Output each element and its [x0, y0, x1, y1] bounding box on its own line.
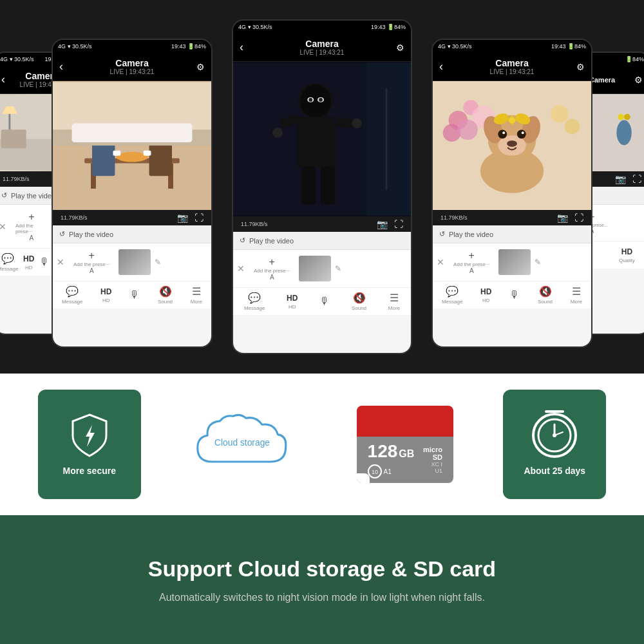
svg-rect-2: [1, 129, 26, 148]
header-left: ‹ Camera LIVE | 19:43:21 ⚙: [53, 53, 211, 81]
svg-point-60: [509, 117, 515, 124]
edit-btn-center[interactable]: ✎: [335, 264, 341, 273]
edit-btn-left[interactable]: ✎: [155, 258, 161, 267]
svg-point-32: [319, 98, 323, 102]
quality-ctrl-center[interactable]: HD HD: [287, 294, 298, 310]
top-section: 4G ▾ 30.5K/s 19:43 🔋84% ‹ Camera LIVE | …: [0, 0, 644, 374]
svg-point-57: [522, 131, 524, 134]
svg-rect-20: [53, 82, 211, 130]
settings-btn-center[interactable]: ⚙: [396, 43, 404, 53]
add-preset-far-left[interactable]: + Add the prese··· A: [10, 209, 53, 244]
play-video-bar-center: ↺ Play the video: [233, 232, 411, 250]
mic-ctrl-far-left[interactable]: 🎙: [39, 256, 50, 268]
bottom-title: Support Cloud storage & SD card: [148, 556, 496, 582]
message-ctrl-far-left[interactable]: 💬 Message: [0, 252, 18, 272]
camera-icon-left[interactable]: 📷: [177, 213, 188, 223]
fullscreen-icon-far-right[interactable]: ⛶: [632, 174, 641, 184]
statusbar-right: 4G ▾ 30.5K/s 19:43 🔋84%: [433, 40, 591, 53]
mic-ctrl-left[interactable]: 🎙: [129, 289, 140, 301]
fullscreen-icon-right[interactable]: ⛶: [574, 213, 583, 223]
speed-right: 11.79KB/s: [440, 214, 468, 221]
preset-area-left: ✕ + Add the prese··· A ✎: [53, 243, 211, 281]
play-icon-right[interactable]: ↺: [439, 230, 445, 238]
camera-view-center: [233, 62, 411, 216]
x-btn-right[interactable]: ✕: [437, 257, 444, 267]
svg-rect-22: [72, 124, 193, 143]
settings-btn-far-right[interactable]: ⚙: [634, 75, 643, 85]
preset-thumb-right: [498, 249, 531, 275]
settings-btn-left[interactable]: ⚙: [196, 62, 205, 72]
fullscreen-icon-left[interactable]: ⛶: [194, 213, 204, 223]
x-btn-center[interactable]: ✕: [237, 263, 245, 274]
play-icon-left[interactable]: ↺: [59, 230, 65, 238]
signal-left1: 4G ▾ 30.5K/s: [58, 43, 92, 50]
battery-left1: 19:43 🔋84%: [171, 43, 206, 50]
play-video-label-far-left: Play the video: [11, 192, 55, 200]
header-sub-center: LIVE | 19:43:21: [300, 49, 345, 56]
add-preset-right[interactable]: + Add the prese··· A: [448, 247, 495, 277]
quality-ctrl-far-right[interactable]: HD Quality: [619, 247, 635, 263]
svg-rect-40: [386, 88, 388, 190]
more-ctrl-left[interactable]: ☰ More: [191, 285, 202, 305]
bottom-controls-center: 💬 Message HD HD 🎙 🔇 Sound: [233, 288, 411, 315]
camera-icon-far-right[interactable]: 📷: [615, 174, 626, 184]
signal-left: 4G ▾ 30.5K/s: [0, 56, 34, 62]
edit-btn-right[interactable]: ✎: [535, 258, 541, 267]
sound-ctrl-center[interactable]: 🔇 Sound: [352, 292, 366, 311]
svg-marker-70: [86, 425, 95, 447]
svg-point-56: [502, 131, 505, 134]
camera-icon-center[interactable]: 📷: [377, 219, 388, 229]
camera-view-left: [53, 81, 211, 210]
quality-ctrl-right[interactable]: HD HD: [480, 287, 491, 303]
play-video-label-right: Play the video: [449, 231, 493, 238]
mic-ctrl-center[interactable]: 🎙: [319, 296, 330, 307]
cloud-icon: Cloud storage: [191, 412, 294, 477]
bottom-subtitle: Automatically switches to night vision m…: [159, 592, 485, 603]
message-ctrl-right[interactable]: 💬 Message: [442, 285, 462, 305]
play-video-label-left: Play the video: [69, 231, 113, 238]
svg-rect-39: [321, 166, 335, 204]
shield-icon: [67, 413, 112, 458]
svg-marker-26: [366, 63, 411, 216]
controls-center: ↺ Play the video ✕ + Add the prese··· A …: [233, 232, 411, 353]
svg-point-69: [624, 114, 630, 120]
header-title-left: Camera: [110, 58, 155, 68]
back-btn-right[interactable]: ‹: [439, 60, 443, 73]
message-ctrl-left[interactable]: 💬 Message: [62, 285, 82, 305]
more-ctrl-center[interactable]: ☰ More: [388, 292, 400, 311]
x-btn-far-left[interactable]: ✕: [0, 222, 6, 232]
play-video-bar-right: ↺ Play the video: [433, 225, 591, 243]
play-icon-center[interactable]: ↺: [240, 236, 245, 245]
camera-view-right: [433, 81, 591, 210]
camera-icon-right[interactable]: 📷: [557, 213, 568, 223]
header-sub-left: LIVE | 19:43:21: [110, 68, 155, 75]
back-btn-center[interactable]: ‹: [240, 41, 243, 54]
battery-center: 19:43 🔋84%: [371, 24, 406, 30]
sdcard-bottom: 128 GB 10 A1 micro: [357, 437, 453, 483]
svg-point-48: [565, 119, 580, 135]
svg-point-54: [498, 129, 507, 138]
fullscreen-icon-center[interactable]: ⛶: [394, 219, 403, 229]
settings-btn-right[interactable]: ⚙: [576, 62, 585, 72]
mic-ctrl-right[interactable]: 🎙: [509, 289, 520, 301]
quality-ctrl-left[interactable]: HD HD: [100, 287, 111, 303]
svg-point-55: [517, 129, 526, 138]
more-ctrl-right[interactable]: ☰ More: [571, 285, 582, 305]
quality-ctrl-far-left[interactable]: HD HD: [23, 254, 34, 270]
play-video-label-center: Play the video: [249, 237, 294, 245]
add-preset-left[interactable]: + Add the prese··· A: [68, 247, 115, 277]
sound-ctrl-right[interactable]: 🔇 Sound: [538, 285, 553, 305]
x-btn-left[interactable]: ✕: [57, 257, 64, 267]
controls-left: ↺ Play the video ✕ + Add the prese··· A …: [53, 225, 211, 346]
speed-far-left: 11.79KB/s: [3, 176, 30, 182]
back-btn-far-left[interactable]: ‹: [1, 73, 5, 86]
header-title-center: Camera: [300, 39, 345, 49]
play-icon-far-left[interactable]: ↺: [1, 191, 7, 200]
preset-area-center: ✕ + Add the prese··· A ✎: [233, 250, 411, 288]
back-btn-left[interactable]: ‹: [59, 60, 63, 73]
svg-rect-3: [8, 114, 10, 129]
add-preset-center[interactable]: + Add the prese··· A: [249, 254, 295, 283]
controls-right: ↺ Play the video ✕ + Add the prese··· A …: [433, 225, 591, 346]
message-ctrl-center[interactable]: 💬 Message: [244, 292, 265, 311]
sound-ctrl-left[interactable]: 🔇 Sound: [158, 285, 173, 305]
